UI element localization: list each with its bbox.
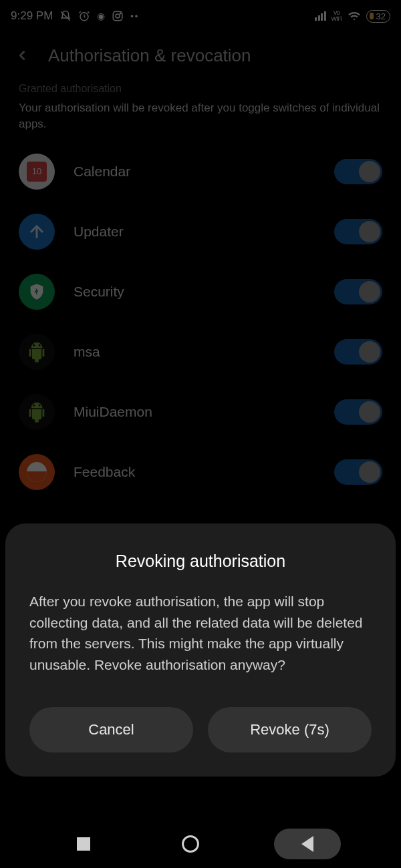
nav-bar (0, 820, 401, 868)
revoke-dialog: Revoking authorisation After you revoke … (5, 523, 396, 777)
home-button[interactable] (167, 829, 214, 859)
recent-apps-button[interactable] (60, 829, 107, 859)
dialog-title: Revoking authorisation (29, 552, 372, 571)
cancel-button[interactable]: Cancel (29, 707, 193, 752)
back-nav-button[interactable] (274, 829, 341, 859)
revoke-button[interactable]: Revoke (7s) (208, 707, 372, 752)
dialog-body: After you revoke authorisation, the app … (29, 591, 372, 675)
